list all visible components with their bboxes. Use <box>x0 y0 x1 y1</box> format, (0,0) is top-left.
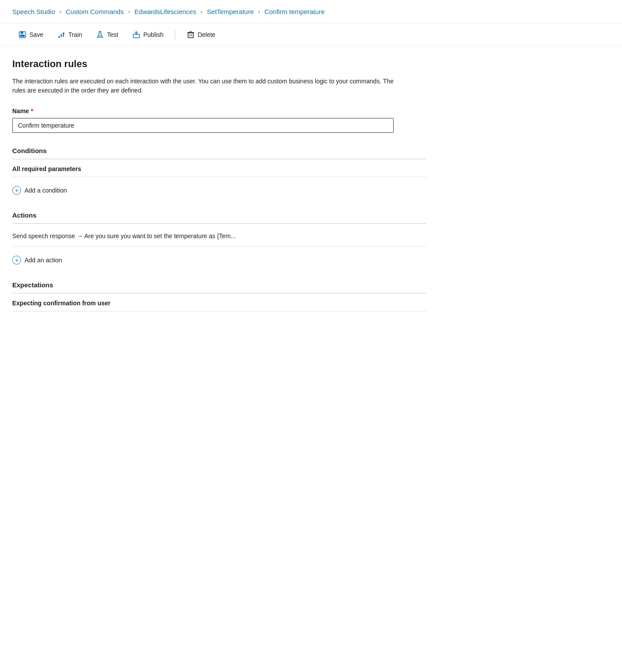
train-button[interactable]: Train <box>51 28 88 41</box>
add-condition-button[interactable]: + Add a condition <box>12 183 67 197</box>
publish-icon <box>132 31 140 39</box>
breadcrumb-edwards[interactable]: EdwardsLifesciences <box>135 8 196 15</box>
required-indicator: * <box>31 107 33 114</box>
breadcrumb-speech-studio[interactable]: Speech Studio <box>12 8 55 15</box>
breadcrumb-custom-commands[interactable]: Custom Commands <box>66 8 124 15</box>
svg-rect-1 <box>21 32 23 34</box>
delete-button[interactable]: Delete <box>181 28 221 41</box>
expectations-section: Expectations Expecting confirmation from… <box>12 281 426 311</box>
expectations-section-header: Expectations <box>12 281 426 289</box>
test-icon <box>96 31 104 39</box>
breadcrumb-separator-4: › <box>258 8 260 15</box>
actions-section: Actions Send speech response → Are you s… <box>12 211 426 267</box>
svg-rect-6 <box>59 36 60 38</box>
save-button[interactable]: Save <box>12 28 50 41</box>
breadcrumb-separator-3: › <box>201 8 203 15</box>
main-content: Interaction rules The interaction rules … <box>0 46 438 330</box>
conditions-section-header: Conditions <box>12 147 426 154</box>
test-button[interactable]: Test <box>90 28 124 41</box>
save-label: Save <box>29 31 43 38</box>
svg-rect-8 <box>63 33 64 37</box>
svg-rect-13 <box>188 33 193 38</box>
page-title: Interaction rules <box>12 58 426 70</box>
breadcrumb-separator-1: › <box>60 8 61 15</box>
publish-button[interactable]: Publish <box>126 28 170 41</box>
name-label: Name * <box>12 107 426 114</box>
breadcrumb-set-temperature[interactable]: SetTemperature <box>207 8 254 15</box>
conditions-divider <box>12 159 426 159</box>
toolbar: Save Train Test <box>0 24 622 46</box>
action-item[interactable]: Send speech response → Are you sure you … <box>12 230 426 242</box>
breadcrumb-separator-2: › <box>128 8 130 15</box>
conditions-subsection-header: All required parameters <box>12 165 426 172</box>
train-icon <box>57 31 65 39</box>
add-action-icon: + <box>12 256 21 265</box>
expectations-subsection-divider <box>12 311 426 311</box>
actions-divider <box>12 223 426 224</box>
actions-item-divider <box>12 247 426 247</box>
publish-label: Publish <box>143 31 163 38</box>
add-action-button[interactable]: + Add an action <box>12 253 62 267</box>
add-condition-label: Add a condition <box>25 187 67 194</box>
add-condition-icon: + <box>12 186 21 195</box>
actions-section-header: Actions <box>12 211 426 219</box>
conditions-section: Conditions All required parameters + Add… <box>12 147 426 197</box>
delete-icon <box>187 31 195 39</box>
name-input[interactable] <box>12 118 394 133</box>
toolbar-divider <box>175 29 175 40</box>
expectations-divider <box>12 293 426 293</box>
conditions-subsection-divider <box>12 177 426 177</box>
delete-label: Delete <box>198 31 215 38</box>
name-field-group: Name * <box>12 107 426 133</box>
expectations-subsection-header: Expecting confirmation from user <box>12 300 426 307</box>
save-icon <box>18 31 26 39</box>
breadcrumb: Speech Studio › Custom Commands › Edward… <box>0 0 622 24</box>
breadcrumb-confirm-temperature[interactable]: Confirm temperature <box>264 8 325 15</box>
add-action-label: Add an action <box>25 257 62 264</box>
svg-rect-7 <box>61 35 62 37</box>
page-description: The interaction rules are executed on ea… <box>12 77 394 95</box>
svg-rect-2 <box>20 35 25 37</box>
train-label: Train <box>68 31 82 38</box>
test-label: Test <box>107 31 118 38</box>
